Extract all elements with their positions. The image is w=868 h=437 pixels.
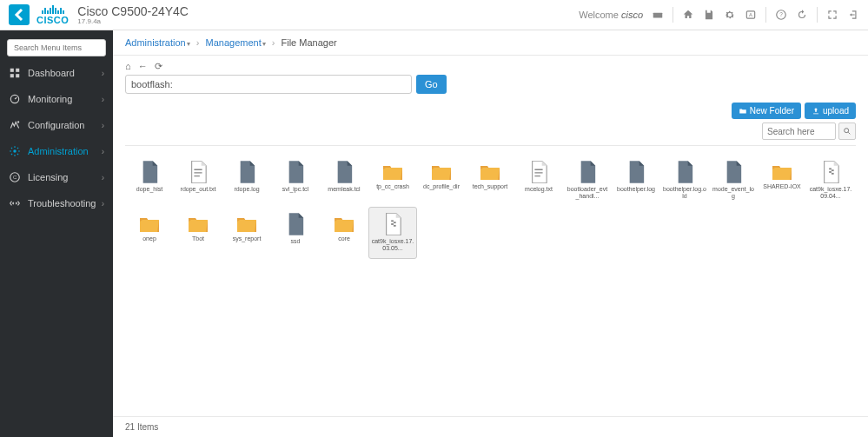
folder-item[interactable]: onep bbox=[125, 207, 174, 259]
file-label: SHARED-IOX bbox=[763, 183, 801, 190]
file-icon bbox=[724, 161, 743, 183]
file-item[interactable]: bootloader_evt_handl... bbox=[563, 155, 612, 207]
sidebar-search[interactable] bbox=[7, 39, 106, 56]
refresh-icon[interactable] bbox=[796, 9, 808, 21]
language-icon[interactable]: A bbox=[745, 9, 757, 21]
file-label: svl_ipc.tcl bbox=[282, 186, 308, 193]
sidebar-item-dashboard[interactable]: Dashboard› bbox=[0, 60, 113, 86]
file-item[interactable]: boothelper.log bbox=[612, 155, 660, 207]
save-icon[interactable] bbox=[703, 9, 715, 21]
folder-icon bbox=[188, 215, 209, 233]
device-title: Cisco C9500-24Y4C bbox=[77, 4, 189, 18]
file-label: onep bbox=[142, 235, 156, 242]
breadcrumb-management[interactable]: Management bbox=[206, 37, 262, 48]
sidebar-search-input[interactable] bbox=[14, 43, 111, 52]
file-item[interactable]: boothelper.log.old bbox=[660, 155, 709, 207]
monitoring-icon bbox=[9, 93, 21, 105]
sidebar-item-label: Troubleshooting bbox=[28, 198, 96, 209]
archive-file-icon bbox=[821, 161, 840, 183]
svg-rect-8 bbox=[10, 74, 14, 77]
file-label: cat9k_iosxe.17.03.05... bbox=[371, 238, 414, 253]
file-label: Tbot bbox=[192, 235, 204, 242]
dashboard-icon bbox=[9, 67, 21, 79]
file-item[interactable]: cat9k_iosxe.17.03.05... bbox=[368, 207, 417, 259]
file-icon bbox=[286, 161, 305, 183]
file-item[interactable]: mode_event_log bbox=[709, 155, 758, 207]
chevron-right-icon: › bbox=[102, 95, 104, 104]
svg-rect-18 bbox=[829, 171, 832, 173]
svg-text:?: ? bbox=[779, 11, 783, 17]
fullscreen-icon[interactable] bbox=[826, 9, 838, 21]
file-icon bbox=[140, 161, 159, 183]
file-label: ssd bbox=[291, 238, 301, 245]
folder-item[interactable]: sys_report bbox=[222, 207, 271, 259]
gear-icon[interactable] bbox=[724, 9, 736, 21]
logout-icon[interactable] bbox=[847, 9, 859, 21]
svg-rect-20 bbox=[391, 220, 394, 222]
fm-refresh-icon[interactable]: ⟳ bbox=[155, 61, 162, 72]
svg-rect-0 bbox=[653, 13, 663, 18]
fm-back-icon[interactable]: ← bbox=[138, 61, 148, 72]
svg-rect-19 bbox=[832, 173, 834, 175]
svg-rect-6 bbox=[10, 69, 14, 72]
file-grid: dope_histrdope_out.txtrdope.logsvl_ipc.t… bbox=[113, 146, 868, 416]
svg-text:C: C bbox=[13, 175, 17, 180]
new-folder-button[interactable]: New Folder bbox=[732, 103, 801, 119]
folder-item[interactable]: dc_profile_dir bbox=[417, 155, 466, 207]
file-item[interactable]: ssd bbox=[271, 207, 320, 259]
file-label: tp_cc_crash bbox=[376, 183, 409, 190]
svg-point-12 bbox=[13, 149, 17, 153]
sidebar-item-label: Administration bbox=[28, 146, 89, 156]
sidebar-item-monitoring[interactable]: Monitoring› bbox=[0, 86, 113, 112]
disk-icon[interactable] bbox=[652, 9, 664, 21]
fm-home-icon[interactable]: ⌂ bbox=[125, 61, 131, 72]
path-input[interactable] bbox=[125, 75, 412, 94]
breadcrumb-admin[interactable]: Administration bbox=[125, 37, 186, 48]
folder-icon bbox=[431, 163, 452, 181]
folder-icon bbox=[772, 163, 792, 181]
file-icon bbox=[286, 213, 305, 235]
go-button[interactable]: Go bbox=[416, 75, 447, 94]
chevron-right-icon: › bbox=[102, 121, 104, 130]
sidebar-item-troubleshooting[interactable]: Troubleshooting› bbox=[0, 190, 113, 216]
file-item[interactable]: svl_ipc.tcl bbox=[271, 155, 320, 207]
file-label: bootloader_evt_handl... bbox=[566, 186, 609, 201]
folder-item[interactable]: core bbox=[320, 207, 368, 259]
sidebar-item-configuration[interactable]: Configuration› bbox=[0, 112, 113, 138]
sidebar-item-administration[interactable]: Administration› bbox=[0, 138, 113, 164]
file-item[interactable]: dope_hist bbox=[125, 155, 174, 207]
file-icon bbox=[237, 161, 256, 183]
file-icon bbox=[626, 161, 646, 183]
folder-icon bbox=[334, 215, 354, 233]
cisco-logo: CISCO bbox=[36, 5, 69, 25]
svg-rect-17 bbox=[832, 169, 834, 171]
folder-item[interactable]: tech_support bbox=[466, 155, 514, 207]
breadcrumb: Administration▾ › Management▾ › File Man… bbox=[113, 30, 868, 56]
svg-point-15 bbox=[845, 129, 849, 133]
file-item[interactable]: cat9k_iosxe.17.09.04... bbox=[806, 155, 855, 207]
file-search-button[interactable] bbox=[838, 122, 856, 140]
trouble-icon bbox=[9, 197, 21, 209]
file-label: tech_support bbox=[473, 183, 507, 190]
file-item[interactable]: rdope.log bbox=[222, 155, 271, 207]
file-item[interactable]: memleak.tcl bbox=[320, 155, 368, 207]
file-label: core bbox=[338, 235, 350, 242]
file-search-input[interactable] bbox=[762, 122, 836, 140]
file-label: sys_report bbox=[233, 235, 262, 242]
folder-item[interactable]: SHARED-IOX bbox=[758, 155, 806, 207]
upload-button[interactable]: upload bbox=[805, 103, 856, 119]
file-item[interactable]: rdope_out.txt bbox=[174, 155, 222, 207]
folder-item[interactable]: tp_cc_crash bbox=[368, 155, 417, 207]
archive-file-icon bbox=[383, 213, 402, 235]
sidebar-item-label: Dashboard bbox=[28, 68, 75, 78]
sidebar-item-label: Configuration bbox=[28, 120, 84, 130]
file-item[interactable]: mcelog.txt bbox=[514, 155, 563, 207]
home-icon[interactable] bbox=[682, 9, 694, 21]
back-button[interactable] bbox=[9, 4, 30, 25]
sidebar-item-licensing[interactable]: CLicensing› bbox=[0, 164, 113, 190]
help-icon[interactable]: ? bbox=[775, 9, 787, 21]
folder-item[interactable]: Tbot bbox=[174, 207, 222, 259]
file-label: cat9k_iosxe.17.09.04... bbox=[809, 186, 852, 201]
file-icon bbox=[675, 161, 694, 183]
svg-rect-7 bbox=[16, 69, 19, 72]
